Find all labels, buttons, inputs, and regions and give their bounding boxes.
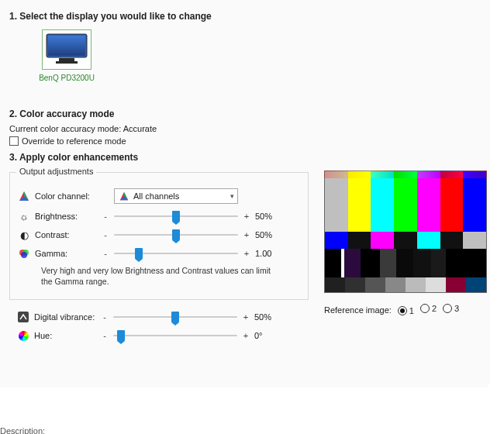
channel-label: Color channel: xyxy=(35,191,97,201)
reference-radio-3[interactable]: 3 xyxy=(443,304,459,313)
hue-label: Hue: xyxy=(34,331,96,340)
gamma-note: Very high and very low Brightness and Co… xyxy=(41,266,274,287)
current-mode-line: Current color accuracy mode: Accurate xyxy=(9,124,481,133)
vibrance-row: Digital vibrance: - + 50% xyxy=(17,311,316,323)
hue-value: 0° xyxy=(254,331,282,340)
hue-icon xyxy=(17,331,29,341)
brightness-slider[interactable] xyxy=(114,210,238,222)
brightness-value: 50% xyxy=(255,212,283,221)
svg-rect-1 xyxy=(48,36,85,56)
gamma-value: 1.00 xyxy=(255,249,283,258)
reference-preview xyxy=(324,170,487,293)
hue-row: Hue: - + 0° xyxy=(17,329,316,342)
section-2-title: 2. Color accuracy mode xyxy=(9,108,481,119)
contrast-icon: ◐ xyxy=(18,229,30,241)
description-label: Description: xyxy=(0,426,504,434)
channel-select[interactable]: All channels ▾ xyxy=(114,188,238,204)
svg-point-12 xyxy=(21,252,27,258)
gamma-row: Gamma: - + 1.00 xyxy=(18,247,300,260)
svg-rect-13 xyxy=(18,312,29,322)
radio-icon[interactable] xyxy=(443,304,452,313)
brightness-icon: ☼ xyxy=(18,211,30,222)
chevron-down-icon: ▾ xyxy=(230,192,234,200)
color-channel-icon xyxy=(119,191,129,201)
output-adjustments-group: Output adjustments Color channel: All ch… xyxy=(9,172,309,300)
gamma-icon xyxy=(18,249,30,259)
contrast-label: Contrast: xyxy=(35,230,97,239)
contrast-slider[interactable] xyxy=(114,229,238,241)
vibrance-icon xyxy=(17,312,29,322)
color-channel-row: Color channel: All channels ▾ xyxy=(18,188,300,204)
radio-icon[interactable] xyxy=(398,306,407,315)
svg-rect-2 xyxy=(59,58,74,61)
group-label: Output adjustments xyxy=(16,167,96,176)
display-card[interactable]: BenQ PD3200U xyxy=(36,29,98,82)
override-checkbox-row[interactable]: Override to reference mode xyxy=(9,136,481,146)
brightness-row: ☼ Brightness: - + 50% xyxy=(18,210,300,222)
channel-value: All channels xyxy=(133,191,179,201)
contrast-value: 50% xyxy=(255,230,283,239)
vibrance-slider[interactable] xyxy=(113,311,237,323)
reference-radio-2[interactable]: 2 xyxy=(420,304,437,313)
section-3-title: 3. Apply color enhancements xyxy=(9,152,481,163)
radio-icon[interactable] xyxy=(420,304,430,313)
hue-slider[interactable] xyxy=(113,329,237,342)
vibrance-label: Digital vibrance: xyxy=(34,312,96,322)
svg-rect-3 xyxy=(56,61,78,64)
reference-image-row: Reference image: 123 xyxy=(324,304,487,315)
gamma-label: Gamma: xyxy=(35,249,97,258)
brightness-label: Brightness: xyxy=(35,212,97,221)
monitor-icon xyxy=(42,29,91,70)
gamma-slider[interactable] xyxy=(114,247,238,260)
display-name: BenQ PD3200U xyxy=(36,74,98,82)
override-label: Override to reference mode xyxy=(22,136,126,146)
vibrance-value: 50% xyxy=(254,312,282,322)
section-1-title: 1. Select the display you would like to … xyxy=(9,11,481,22)
contrast-row: ◐ Contrast: - + 50% xyxy=(18,229,300,241)
reference-radio-1[interactable]: 1 xyxy=(398,306,414,315)
checkbox-icon[interactable] xyxy=(9,136,19,146)
reference-label: Reference image: xyxy=(324,305,392,315)
color-channel-icon xyxy=(18,191,30,202)
